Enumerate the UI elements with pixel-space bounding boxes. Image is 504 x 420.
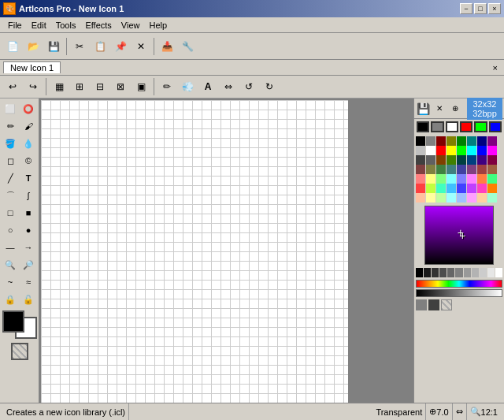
color-swatch[interactable] (477, 184, 487, 193)
color-swatch[interactable] (436, 155, 446, 165)
color-swatch[interactable] (447, 155, 456, 165)
color-swatch[interactable] (457, 146, 466, 155)
new-btn[interactable]: 📄 (3, 37, 22, 56)
lock-fg-btn[interactable]: 🔒 (2, 291, 19, 308)
menu-item-view[interactable]: View (117, 19, 145, 32)
pencil-tool-btn[interactable]: ✏ (158, 77, 176, 96)
gray-swatch[interactable] (424, 268, 431, 277)
transparent-swatch2[interactable] (441, 299, 452, 310)
color-swatch[interactable] (467, 184, 476, 193)
color-swatch[interactable] (467, 165, 476, 174)
clone-btn[interactable]: © (20, 152, 37, 169)
color-swatch[interactable] (447, 174, 456, 184)
eyedropper-btn[interactable]: 💧 (20, 135, 37, 152)
smudge-btn[interactable]: ~ (2, 273, 19, 291)
transparent-swatch[interactable] (11, 343, 28, 360)
flip-h-btn[interactable]: ⇔ (219, 77, 238, 96)
color-swatch[interactable] (436, 136, 446, 146)
color-swatch[interactable] (416, 146, 425, 155)
brush-btn[interactable]: 🖌 (20, 117, 37, 135)
normal-view-btn[interactable]: ▦ (50, 77, 69, 96)
color-swatch[interactable] (436, 146, 446, 155)
color-swatch[interactable] (436, 165, 446, 174)
alt2-selector[interactable] (474, 121, 487, 132)
color-swatch[interactable] (416, 193, 425, 203)
gray-swatch[interactable] (416, 268, 423, 277)
close-button[interactable]: × (488, 3, 501, 14)
copy-btn[interactable]: 📋 (91, 37, 109, 56)
color-swatch[interactable] (477, 174, 487, 184)
gray-swatch[interactable] (464, 268, 471, 277)
menu-item-help[interactable]: Help (144, 19, 172, 32)
ellipse-btn[interactable]: ○ (2, 221, 19, 239)
color-swatch[interactable] (477, 146, 487, 155)
rotate-left-btn[interactable]: ↺ (239, 77, 258, 96)
color-swatch[interactable] (467, 174, 476, 184)
bg-selector[interactable] (446, 121, 458, 132)
zoom-in-btn[interactable]: 🔍 (2, 256, 19, 273)
color-swatch[interactable] (487, 136, 497, 146)
pixel-view-btn[interactable]: ⊟ (91, 77, 109, 96)
gray-swatch[interactable] (480, 268, 487, 277)
gray-swatch[interactable] (416, 299, 427, 310)
gray-swatch[interactable] (447, 268, 454, 277)
color-swatch[interactable] (426, 165, 435, 174)
undo-btn[interactable]: ↩ (3, 77, 22, 96)
eraser-btn[interactable]: ◻ (2, 152, 19, 169)
gray-swatch[interactable] (455, 268, 462, 277)
color-swatch[interactable] (467, 193, 476, 203)
color-swatch[interactable] (457, 193, 466, 203)
color-swatch[interactable] (447, 184, 456, 193)
paste-btn[interactable]: 📌 (111, 37, 130, 56)
rect-select-btn[interactable]: ⬜ (2, 100, 19, 117)
color-swatch[interactable] (487, 165, 497, 174)
color-swatch[interactable] (436, 174, 446, 184)
doc-close-button[interactable]: × (490, 63, 501, 72)
color-swatch[interactable] (487, 174, 497, 184)
import-btn[interactable]: 📥 (158, 37, 176, 56)
color-swatch[interactable] (436, 193, 446, 203)
color-swatch[interactable] (447, 193, 456, 203)
stretch-view-btn[interactable]: ⊠ (111, 77, 130, 96)
color-swatch[interactable] (426, 174, 435, 184)
menu-item-edit[interactable]: Edit (27, 19, 51, 32)
rect-btn[interactable]: □ (2, 204, 19, 221)
gray-swatch[interactable] (432, 268, 439, 277)
lock-bg-btn[interactable]: 🔓 (20, 291, 37, 308)
minimize-button[interactable]: − (460, 3, 472, 14)
gray-swatch[interactable] (495, 268, 502, 277)
color-swatch[interactable] (416, 174, 425, 184)
color-swatch[interactable] (416, 165, 425, 174)
fill-btn[interactable]: 🪣 (2, 135, 19, 152)
save-btn[interactable]: 💾 (44, 37, 63, 56)
curve-btn[interactable]: ⌒ (2, 187, 19, 204)
arc-btn[interactable]: ∫ (20, 187, 37, 204)
alt3-selector[interactable] (489, 121, 502, 132)
color-swatch[interactable] (467, 155, 476, 165)
darkgray-swatch[interactable] (428, 299, 439, 310)
gray-swatch[interactable] (472, 268, 479, 277)
alt-selector[interactable] (460, 121, 472, 132)
color-swatch[interactable] (467, 146, 476, 155)
menu-item-tools[interactable]: Tools (51, 19, 81, 32)
mid-selector[interactable] (431, 121, 443, 132)
color-swatch[interactable] (487, 193, 497, 203)
color-swatch[interactable] (477, 193, 487, 203)
rainbow-strip[interactable] (416, 280, 502, 288)
color-swatch[interactable] (457, 136, 466, 146)
color-swatch[interactable] (436, 184, 446, 193)
color-swatch[interactable] (426, 146, 435, 155)
export-btn[interactable]: 🔧 (178, 37, 197, 56)
doc-tab[interactable]: New Icon 1 (3, 61, 61, 73)
clear-icon-btn[interactable]: ✕ (432, 101, 447, 117)
fg-color-swatch[interactable] (2, 310, 24, 333)
color-swatch[interactable] (467, 136, 476, 146)
text-tool-btn[interactable]: A (198, 77, 217, 96)
blur-btn[interactable]: ≈ (20, 273, 37, 291)
line-btn[interactable]: ╱ (2, 169, 19, 187)
color-swatch[interactable] (447, 136, 456, 146)
canvas-grid[interactable] (41, 100, 348, 403)
fill-ellipse-btn[interactable]: ● (20, 221, 37, 239)
color-swatch[interactable] (426, 155, 435, 165)
bw-strip[interactable] (416, 289, 502, 297)
